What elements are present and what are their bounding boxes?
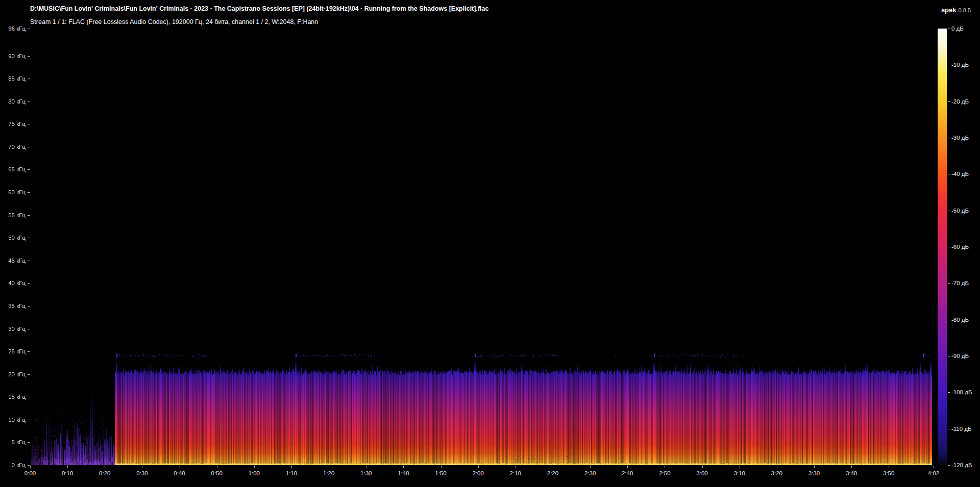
freq-tick-label: 35 кГц [0,302,26,310]
time-tick [516,466,516,468]
time-tick [142,466,142,468]
db-tick [948,283,950,284]
freq-tick-label: 70 кГц [0,143,26,150]
time-tick [777,466,777,468]
freq-tick-label: 96 кГц [0,25,26,32]
freq-tick-label: 25 кГц [0,348,26,355]
time-tick-label: 1:20 [323,470,334,477]
db-tick [948,101,950,102]
db-tick-label: 0 дБ [951,25,964,32]
time-tick-label: 0:40 [174,470,185,477]
freq-tick [28,56,30,57]
time-tick [180,466,180,468]
db-tick-label: -80 дБ [951,316,969,323]
freq-tick [28,397,30,397]
time-tick-label: 0:50 [211,470,222,477]
db-tick [948,247,950,247]
time-tick [478,466,479,468]
time-tick [665,466,665,468]
time-tick [403,466,404,468]
freq-tick-label: 45 кГц [0,257,26,264]
db-tick-label: -110 дБ [951,425,972,432]
time-tick-label: 3:30 [808,470,820,477]
freq-tick [28,465,30,466]
time-tick [329,466,329,468]
app-name: spek [941,6,957,14]
time-tick-label: 0:30 [136,470,148,477]
app-version: 0.8.5 [959,7,971,13]
freq-tick-label: 20 кГц [0,371,26,378]
time-tick-label: 1:00 [249,470,260,477]
freq-tick [28,101,30,102]
time-tick-label: 1:50 [435,470,446,477]
db-tick [948,65,950,65]
freq-tick-label: 65 кГц [0,166,26,173]
time-tick [366,466,366,468]
freq-tick [28,442,30,443]
time-tick [217,466,217,468]
db-tick-label: -120 дБ [951,462,972,469]
freq-tick [28,215,30,216]
freq-tick-label: 10 кГц [0,416,26,423]
db-tick-label: -90 дБ [951,352,969,360]
freq-tick [28,147,30,147]
db-tick-label: -100 дБ [951,389,972,396]
freq-tick-label: 40 кГц [0,279,26,287]
freq-tick [28,238,30,238]
time-tick-label: 1:30 [360,470,372,477]
db-tick-label: -30 дБ [951,134,969,141]
app-brand: spek0.8.5 [941,5,971,14]
freq-tick [28,29,30,29]
db-tick [948,320,950,320]
db-tick-label: -50 дБ [951,207,969,214]
time-tick-label: 2:40 [622,470,633,477]
time-tick-label: 2:20 [547,470,558,477]
db-tick [948,465,950,466]
freq-tick [28,124,30,124]
db-tick [948,29,950,29]
db-tick-label: -20 дБ [951,98,969,105]
freq-tick [28,420,30,420]
freq-tick-label: 5 кГц [0,439,26,446]
freq-tick-label: 0 кГц [0,462,26,469]
db-tick [948,356,950,356]
time-tick-label: 2:30 [584,470,596,477]
freq-tick [28,374,30,375]
time-tick [254,466,255,468]
time-tick-label: 0:20 [99,470,110,477]
db-tick-label: -60 дБ [951,243,969,250]
db-tick-label: -70 дБ [951,279,969,287]
time-tick [30,466,31,468]
time-tick-label: 2:10 [510,470,521,477]
time-tick [702,466,703,468]
freq-tick-label: 50 кГц [0,234,26,241]
time-tick-label: 4:02 [928,470,939,477]
db-tick [948,138,950,138]
freq-tick [28,79,30,79]
time-tick-label: 3:50 [883,470,894,477]
time-tick [851,466,852,468]
freq-tick [28,351,30,352]
db-tick [948,392,950,393]
time-tick [814,466,815,468]
time-tick-label: 1:10 [286,470,297,477]
time-tick-label: 3:10 [733,470,745,477]
freq-tick-label: 75 кГц [0,120,26,127]
time-tick [740,466,740,468]
freq-tick [28,283,30,284]
time-tick-label: 3:20 [771,470,782,477]
time-tick-label: 3:40 [846,470,857,477]
time-tick-label: 0:10 [62,470,73,477]
db-tick-label: -40 дБ [951,170,969,177]
time-tick-label: 1:40 [398,470,409,477]
time-tick [553,466,553,468]
freq-tick-label: 55 кГц [0,212,26,219]
freq-tick [28,261,30,261]
legend-gradient-bar [938,29,947,465]
freq-tick-label: 15 кГц [0,393,26,400]
time-tick [627,466,628,468]
time-tick-label: 3:00 [696,470,707,477]
freq-tick [28,169,30,170]
db-tick [948,429,950,429]
freq-tick [28,306,30,306]
